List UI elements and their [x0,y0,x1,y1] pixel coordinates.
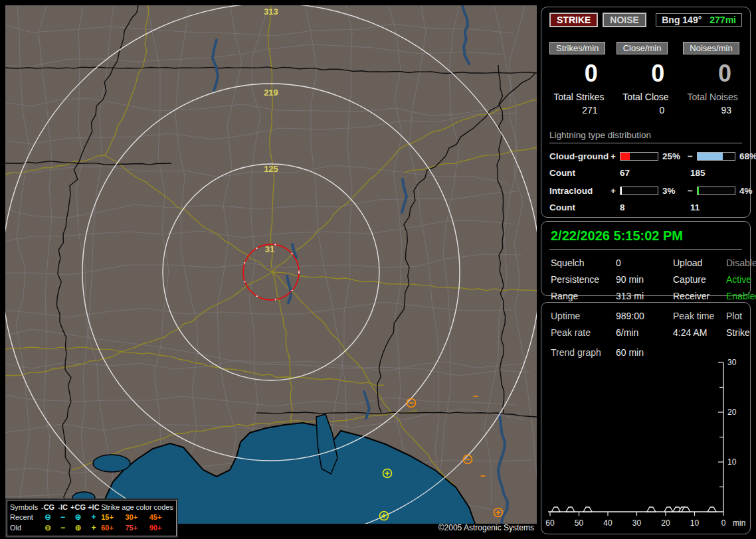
recent-pos-ic-icon: + [86,512,101,522]
receiver-label: Receiver [673,291,726,301]
upload-status: Disabled [726,258,756,268]
age-badge-60: 60+ [101,522,125,533]
strike-counters-panel: STRIKE NOISE Bng 149° 277mi Strikes/min … [541,7,751,218]
trend-graph-chart: 1020306050403020100min [541,356,753,534]
plot-label: Plot [726,311,750,321]
bearing-label: Bng 149° [662,15,702,25]
capture-status: Active [726,274,756,285]
bearing-display: Bng 149° 277mi [656,13,742,27]
peak-time-label: Peak time [673,311,726,321]
legend-symbols-header: Symbols [10,502,40,512]
receiver-status: Enabled [726,291,756,301]
datetime-display: 2/22/2026 5:15:02 PM [549,227,742,250]
old-pos-ic-icon: + [86,522,101,533]
old-pos-cg-icon: ⊕ [70,522,86,533]
peak-rate-value: 6/min [616,327,673,338]
noise-mode-button[interactable]: NOISE [603,13,646,27]
uptime-value: 989:00 [616,311,673,321]
cg-pos-count: 67 [611,168,681,178]
legend-header-row: Symbols -CG -IC +CG +IC Strike age color… [10,502,173,512]
peak-rate-label: Peak rate [551,327,616,338]
total-strikes-value: 271 [549,105,609,116]
noises-per-min-chip: Noises/min [683,42,739,54]
recent-neg-ic-icon: − [56,512,70,522]
noises-rate-value: 0 [683,60,742,88]
distribution-title: Lightning type distribution [549,130,742,143]
map-legend: Symbols -CG -IC +CG +IC Strike age color… [7,500,177,536]
status-panel: 2/22/2026 5:15:02 PM Squelch 0 Upload Di… [541,221,751,296]
close-per-min-chip: Close/min [616,42,668,54]
svg-text:10: 10 [727,457,737,467]
ring-label-313: 313 [264,7,278,17]
ic-pos-pct: 3% [658,186,688,196]
total-noises-value: 93 [683,105,742,116]
legend-old-label: Old [10,522,40,533]
strike-mode-button[interactable]: STRIKE [549,13,598,27]
svg-text:20: 20 [661,518,670,528]
squelch-label: Squelch [551,258,616,268]
legend-col-pos-cg: +CG [70,502,86,512]
pos-sign: + [611,151,620,161]
neg-sign: − [688,186,697,196]
svg-text:20: 20 [727,408,737,417]
legend-col-neg-cg: -CG [40,502,55,512]
cloud-ground-row: Cloud-ground + 25% − 68% [549,151,742,161]
ring-label-219: 219 [264,88,278,98]
trend-panel: Uptime 989:00 Peak time Plot Peak rate 6… [541,302,751,534]
strikes-counter: Strikes/min 0 Total Strikes 271 [549,42,609,116]
noises-counter: Noises/min 0 Total Noises 93 [683,42,742,116]
age-badge-15: 15+ [101,512,125,522]
squelch-value: 0 [616,258,673,268]
range-label: Range [551,291,616,301]
cloud-ground-count-row: Count 67 185 [549,168,742,178]
close-rate-value: 0 [616,60,676,88]
intracloud-count-row: Count 8 11 [549,202,742,212]
svg-text:40: 40 [603,518,613,528]
upload-label: Upload [673,258,726,268]
close-counter: Close/min 0 Total Close 0 [616,42,676,116]
strikes-per-min-chip: Strikes/min [549,42,605,54]
ring-label-125: 125 [264,164,278,174]
old-neg-ic-icon: − [56,522,70,533]
age-badge-30: 30+ [125,512,149,522]
plot-mode-value: Strike [726,327,750,338]
ic-neg-pct: 4% [735,186,753,196]
copyright-text: ©2005 Astrogenic Systems [438,523,534,532]
recent-neg-cg-icon: ⊖ [40,512,55,522]
lightning-map-canvas[interactable]: 313 219 125 31 [5,5,537,534]
legend-col-pos-ic: +IC [86,502,101,512]
age-badge-75: 75+ [125,522,149,533]
uptime-label: Uptime [551,311,616,321]
svg-text:60: 60 [545,518,555,528]
legend-old-row: Old ⊖ − ⊕ + 60+ 75+ 90+ [10,522,173,533]
age-badge-45: 45+ [149,512,173,522]
svg-text:50: 50 [575,518,584,528]
ic-pos-bar [620,187,658,195]
neg-sign: − [688,151,697,161]
strikes-rate-value: 0 [549,60,609,88]
bearing-distance: 277mi [709,15,736,25]
legend-recent-row: Recent ⊖ − ⊕ + 15+ 30+ 45+ [10,512,173,522]
cg-neg-count: 185 [681,168,742,178]
total-strikes-label: Total Strikes [549,92,609,102]
legend-recent-label: Recent [10,512,40,522]
peak-time-value: 4:24 AM [673,327,726,338]
old-neg-cg-icon: ⊖ [40,522,55,533]
legend-col-neg-ic: -IC [56,502,70,512]
cg-neg-bar [697,152,735,161]
ic-pos-count: 8 [611,202,681,212]
recent-pos-cg-icon: ⊕ [70,512,86,522]
ic-neg-count: 11 [681,202,742,212]
capture-label: Capture [673,274,726,285]
total-noises-label: Total Noises [683,92,742,102]
range-value: 313 mi [616,291,673,301]
persistence-label: Persistence [551,274,616,285]
svg-text:10: 10 [690,518,700,528]
count-label: Count [549,202,611,212]
ic-neg-bar [697,187,735,195]
total-close-label: Total Close [616,92,676,102]
svg-text:30: 30 [632,518,642,528]
svg-text:30: 30 [727,358,737,367]
cg-pos-bar [620,152,658,161]
ring-label-31: 31 [265,244,274,254]
